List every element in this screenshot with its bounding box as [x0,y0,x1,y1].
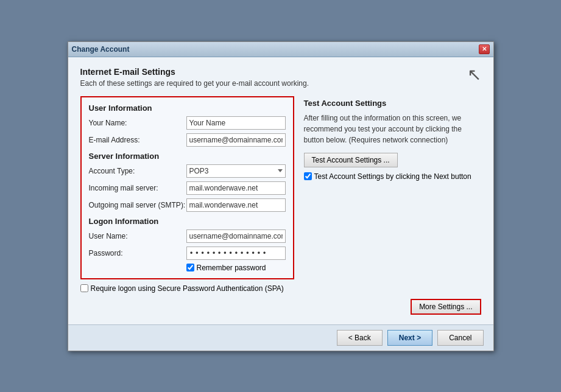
username-label: User Name: [89,232,186,240]
username-row: User Name: [89,229,286,243]
your-name-label: Your Name: [89,119,186,127]
more-settings-area: More Settings ... [80,299,481,315]
logon-information-title: Logon Information [89,217,286,226]
spa-checkbox[interactable] [80,284,88,292]
test-account-description: After filling out the information on thi… [304,113,481,145]
outgoing-server-row: Outgoing mail server (SMTP): [89,198,286,212]
outgoing-server-label: Outgoing mail server (SMTP): [89,201,186,209]
right-panel: Test Account Settings After filling out … [304,96,481,279]
email-address-label: E-mail Address: [89,136,186,144]
remember-password-checkbox[interactable] [186,264,194,271]
back-button[interactable]: < Back [337,330,383,346]
cancel-button[interactable]: Cancel [437,330,483,346]
title-bar: Change Account ✕ [68,42,493,57]
test-account-button[interactable]: Test Account Settings ... [304,153,398,167]
dialog-content: Internet E-mail Settings Each of these s… [68,57,493,324]
email-address-input[interactable] [186,133,286,147]
cursor-icon: ↖ [467,65,481,85]
user-information-title: User Information [89,103,286,113]
test-account-checkbox-row: Test Account Settings by clicking the Ne… [304,172,481,181]
spa-row: Require logon using Secure Password Auth… [80,284,481,293]
footer: < Back Next > Cancel [68,324,493,351]
header-text: Internet E-mail Settings Each of these s… [80,67,309,88]
email-address-row: E-mail Address: [89,133,286,147]
remember-password-row: Remember password [186,264,286,272]
header-section: Internet E-mail Settings Each of these s… [80,67,481,88]
password-input[interactable] [186,247,286,260]
account-type-select[interactable]: POP3 IMAP [186,164,286,178]
change-account-window: Change Account ✕ Internet E-mail Setting… [68,41,494,351]
account-type-label: Account Type: [89,167,186,175]
more-settings-button[interactable]: More Settings ... [411,299,481,315]
account-type-row: Account Type: POP3 IMAP [89,164,286,178]
header-subtitle: Each of these settings are required to g… [80,79,309,88]
spa-label: Require logon using Secure Password Auth… [91,284,284,293]
header-title: Internet E-mail Settings [80,67,309,77]
your-name-row: Your Name: [89,116,286,130]
password-label: Password: [89,249,186,257]
main-area: User Information Your Name: E-mail Addre… [80,96,481,279]
close-button[interactable]: ✕ [479,44,490,54]
next-button[interactable]: Next > [387,330,432,346]
remember-password-label: Remember password [197,264,266,272]
username-input[interactable] [186,229,286,243]
test-next-label: Test Account Settings by clicking the Ne… [314,172,471,181]
incoming-server-input[interactable] [186,181,286,195]
your-name-input[interactable] [186,116,286,130]
outgoing-server-input[interactable] [186,198,286,212]
left-panel: User Information Your Name: E-mail Addre… [80,96,294,279]
test-account-title: Test Account Settings [304,99,481,108]
password-row: Password: [89,247,286,260]
window-title: Change Account [72,45,130,54]
incoming-server-row: Incoming mail server: [89,181,286,195]
incoming-server-label: Incoming mail server: [89,184,186,192]
test-next-checkbox[interactable] [304,172,312,180]
server-information-title: Server Information [89,152,286,161]
